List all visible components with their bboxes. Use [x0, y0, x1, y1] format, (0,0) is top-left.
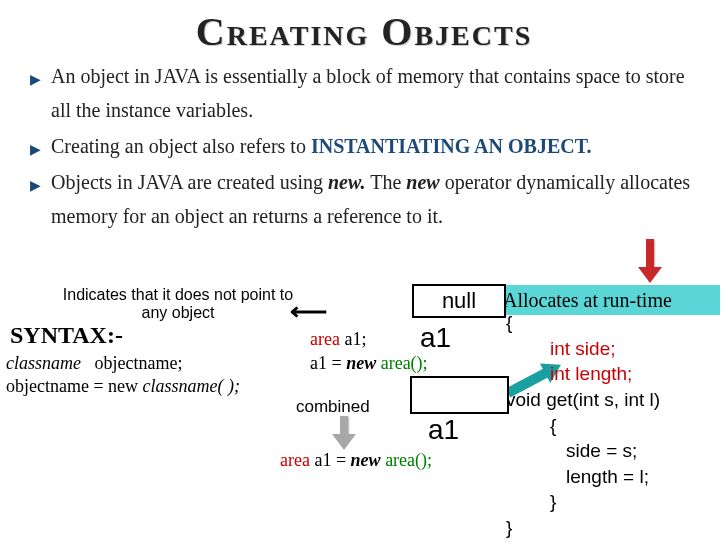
code-line: int length;: [550, 363, 632, 384]
bullet-text: Creating an object also refers to INSTAN…: [51, 129, 592, 163]
combined-a1: a1 =: [314, 450, 350, 470]
bullet-pre: Objects in JAVA are created using: [51, 171, 328, 193]
combined-call: area();: [385, 450, 432, 470]
class-body-code: { int side; int length; void get(int s, …: [506, 310, 660, 541]
combined-new: new: [351, 450, 386, 470]
bullet-emphasis: new.: [328, 171, 366, 193]
combined-code: area a1 = new area();: [280, 450, 432, 471]
bullet-item: ▶ Objects in JAVA are created using new.…: [30, 165, 708, 233]
bullet-marker-icon: ▶: [30, 138, 41, 162]
code-line: void get(int s, int l): [506, 387, 660, 413]
code-line: }: [506, 489, 660, 515]
bullet-text: Objects in JAVA are created using new. T…: [51, 165, 708, 233]
code-line: {: [506, 413, 660, 439]
bullet-list: ▶ An object in JAVA is essentially a blo…: [0, 59, 728, 233]
note-text: Indicates that it does not point to any …: [58, 286, 298, 323]
arrow-down-icon: [640, 239, 660, 283]
a1-label: a1: [420, 322, 451, 354]
syntax-heading: SYNTAX:-: [10, 322, 123, 349]
assign-area: area();: [381, 353, 428, 373]
code-line: }: [506, 515, 660, 541]
allocates-text: Allocates at run-time: [503, 289, 672, 312]
bullet-pre: Creating an object also refers to: [51, 135, 311, 157]
syntax-call: classname( );: [143, 376, 240, 396]
syntax-objectname: objectname;: [95, 353, 183, 373]
code-line: {: [506, 310, 512, 336]
slide-title: Creating Objects: [0, 8, 728, 55]
bullet-marker-icon: ▶: [30, 174, 41, 198]
a1-label: a1: [428, 414, 459, 446]
bullet-text: An object in JAVA is essentially a block…: [51, 59, 708, 127]
combined-area: area: [280, 450, 314, 470]
code-line: side = s;: [506, 438, 660, 464]
bullet-emphasis: new: [406, 171, 439, 193]
object-assign: a1 = new area();: [310, 353, 428, 374]
syntax-classname: classname: [6, 353, 81, 373]
null-box: null: [412, 284, 506, 318]
object-declaration: area a1;: [310, 329, 366, 350]
bullet-item: ▶ An object in JAVA is essentially a blo…: [30, 59, 708, 127]
arrow-down-icon: [334, 416, 354, 450]
code-line: length = l;: [506, 464, 660, 490]
code-line: int side;: [550, 338, 615, 359]
bullet-post: The: [366, 171, 407, 193]
bullet-emphasis: INSTANTIATING AN OBJECT.: [311, 135, 592, 157]
syntax-block: classname objectname; objectname = new c…: [6, 352, 240, 399]
assign-new: new: [346, 353, 381, 373]
syntax-assign: objectname = new: [6, 376, 143, 396]
assign-a1: a1 =: [310, 353, 346, 373]
bullet-marker-icon: ▶: [30, 68, 41, 92]
combined-label: combined: [296, 397, 370, 417]
decl-a1: a1;: [344, 329, 366, 349]
arrow-left-icon: ⟵: [290, 296, 327, 327]
bullet-item: ▶ Creating an object also refers to INST…: [30, 129, 708, 163]
object-box: [410, 376, 509, 414]
decl-area: area: [310, 329, 344, 349]
